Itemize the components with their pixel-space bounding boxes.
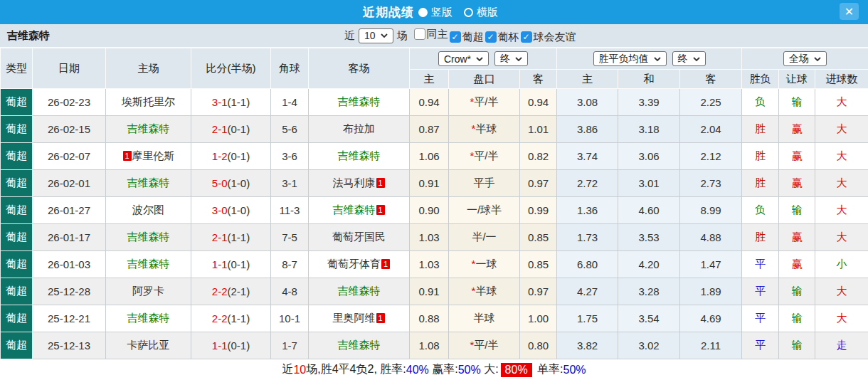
half-score: (1-0) bbox=[228, 177, 250, 189]
away-team-cell: 里奥阿维1 bbox=[309, 305, 410, 332]
score-cell: 3-0(1-0) bbox=[191, 197, 271, 224]
match-row: 葡超 25-12-13 卡萨比亚 1-1(0-1) 1-7 吉维森特 1.08 … bbox=[1, 332, 868, 359]
filter-checkbox[interactable]: ✓ 葡超 bbox=[450, 31, 484, 44]
close-button[interactable]: ✕ bbox=[840, 3, 859, 20]
league-cell: 葡超 bbox=[1, 197, 33, 224]
col-header-score: 比分(半场) bbox=[191, 48, 271, 89]
handicap-line: 半球 bbox=[475, 285, 497, 297]
team-name: 波尔图 bbox=[132, 204, 164, 216]
avg-odds-select[interactable]: 胜平负均值 bbox=[593, 51, 667, 66]
chevron-down-icon bbox=[515, 57, 522, 61]
goals-result-cell: 小 bbox=[815, 251, 868, 278]
team-name: 吉维森特 bbox=[127, 176, 170, 189]
radio-icon bbox=[418, 8, 428, 17]
odds-home-cell: 0.90 bbox=[410, 197, 449, 224]
handicap-cell: *平/半 bbox=[449, 332, 520, 359]
red-card-badge: 1 bbox=[376, 313, 385, 323]
handicap-result-cell: 输 bbox=[779, 278, 815, 305]
league-cell: 葡超 bbox=[1, 224, 33, 251]
final-score: 5-0 bbox=[212, 177, 228, 189]
odds-away-cell: 0.99 bbox=[520, 197, 557, 224]
odds-home-cell: 0.87 bbox=[410, 116, 449, 143]
outcome-result-cell: 平 bbox=[742, 305, 779, 332]
recent-count-select[interactable]: 10 bbox=[359, 28, 393, 43]
sub-header-odds-home: 主 bbox=[410, 70, 449, 89]
recent-results-window: 近期战绩 竖版 横版 ✕ 吉维森特 近 10 场 同主 ✓ 葡超 ✓ 葡杯 ✓ … bbox=[0, 0, 868, 380]
checkbox-icon bbox=[414, 28, 425, 40]
filter-checkbox[interactable]: ✓ 葡杯 bbox=[485, 31, 519, 44]
team-title: 吉维森特 bbox=[7, 29, 50, 43]
view-mode-radio[interactable]: 横版 bbox=[464, 6, 505, 19]
sub-header-odds-away: 客 bbox=[520, 70, 557, 89]
corner-cell: 3-6 bbox=[271, 143, 309, 170]
avg-away-cell: 4.88 bbox=[680, 224, 742, 251]
avg-away-cell: 2.11 bbox=[680, 332, 742, 359]
avg-group-header: 胜平负均值 终 bbox=[557, 48, 742, 70]
league-cell: 葡超 bbox=[1, 251, 33, 278]
view-mode-radio[interactable]: 竖版 bbox=[418, 6, 460, 19]
handicap-result-cell: 赢 bbox=[779, 251, 815, 278]
sub-header-outcome: 胜负 bbox=[742, 70, 779, 89]
match-row: 葡超 25-12-21 吉维森特 2-2(1-1) 10-1 里奥阿维1 0.8… bbox=[1, 305, 868, 332]
red-card-badge: 1 bbox=[376, 205, 385, 215]
team-name: 里奥阿维 bbox=[333, 312, 376, 324]
match-row: 葡超 26-02-07 1摩里伦斯 1-2(0-1) 3-6 吉维森特 1.06… bbox=[1, 143, 868, 170]
avg-home-cell: 6.80 bbox=[557, 251, 618, 278]
chevron-down-icon bbox=[693, 57, 700, 61]
team-name: 葡萄牙体育 bbox=[327, 258, 381, 270]
col-header-away: 客场 bbox=[309, 48, 410, 89]
col-header-home: 主场 bbox=[106, 48, 191, 89]
outcome-result-cell: 胜 bbox=[742, 143, 779, 170]
away-team-cell: 吉维森特 bbox=[309, 143, 410, 170]
filter-checkbox[interactable]: 同主 bbox=[414, 28, 448, 41]
avg-away-cell: 1.89 bbox=[680, 278, 742, 305]
away-team-cell: 葡萄牙体育1 bbox=[309, 251, 410, 278]
filter-checkbox[interactable]: ✓ 球会友谊 bbox=[521, 31, 576, 44]
outcome-result-cell: 胜 bbox=[742, 224, 779, 251]
handicap-line: 半/一 bbox=[472, 231, 496, 243]
team-name: 吉维森特 bbox=[338, 339, 381, 351]
summary-segment: 近 bbox=[282, 362, 293, 377]
handicap-cell: *半球 bbox=[449, 116, 520, 143]
handicap-result-cell: 输 bbox=[779, 197, 815, 224]
goals-result-cell: 大 bbox=[815, 170, 868, 197]
odds-away-cell: 0.94 bbox=[520, 89, 557, 116]
odds-away-cell: 0.80 bbox=[520, 332, 557, 359]
date-cell: 26-01-27 bbox=[33, 197, 106, 224]
team-name: 吉维森特 bbox=[127, 258, 170, 270]
summary-line: 近10场,胜4平4负2, 胜率:40% 赢率:50% 大:80% 单率:50% bbox=[0, 359, 868, 380]
summary-segment: 50% bbox=[563, 364, 586, 376]
avg-draw-cell: 4.20 bbox=[618, 251, 680, 278]
team-name: 法马利康 bbox=[333, 176, 376, 189]
outcome-result-cell: 平 bbox=[742, 332, 779, 359]
summary-segment: 50% bbox=[458, 364, 481, 376]
away-team-cell: 布拉加 bbox=[309, 116, 410, 143]
team-name: 吉维森特 bbox=[338, 285, 381, 297]
final-score: 2-1 bbox=[212, 231, 228, 243]
checkbox-icon: ✓ bbox=[450, 31, 461, 43]
summary-segment: 单率: bbox=[534, 362, 563, 377]
odds-period-select[interactable]: 终 bbox=[494, 51, 528, 66]
score-cell: 1-1(0-1) bbox=[191, 251, 271, 278]
avg-away-cell: 4.69 bbox=[680, 305, 742, 332]
away-team-cell: 吉维森特 bbox=[309, 278, 410, 305]
odds-away-cell: 0.97 bbox=[520, 170, 557, 197]
checkbox-icon: ✓ bbox=[485, 31, 497, 43]
league-cell: 葡超 bbox=[1, 143, 33, 170]
handicap-result-cell: 赢 bbox=[779, 170, 815, 197]
half-score: (1-1) bbox=[228, 96, 250, 108]
sub-header-handicap: 盘口 bbox=[449, 70, 520, 89]
odds-away-cell: 0.97 bbox=[520, 278, 557, 305]
team-name: 吉维森特 bbox=[338, 95, 381, 107]
avg-period-select[interactable]: 终 bbox=[672, 51, 706, 66]
avg-draw-cell: 3.02 bbox=[618, 332, 680, 359]
match-row: 葡超 25-12-28 阿罗卡 2-2(2-1) 4-8 吉维森特 0.91 *… bbox=[1, 278, 868, 305]
date-cell: 26-02-15 bbox=[33, 116, 106, 143]
filter-bar: 吉维森特 近 10 场 同主 ✓ 葡超 ✓ 葡杯 ✓ 球会友谊 bbox=[0, 24, 868, 48]
handicap-line: 平/半 bbox=[474, 95, 498, 107]
odds-company-select[interactable]: Crow* bbox=[438, 51, 489, 66]
team-name: 阿罗卡 bbox=[132, 285, 164, 297]
scope-select[interactable]: 全场 bbox=[783, 51, 827, 66]
league-cell: 葡超 bbox=[1, 170, 33, 197]
league-cell: 葡超 bbox=[1, 278, 33, 305]
